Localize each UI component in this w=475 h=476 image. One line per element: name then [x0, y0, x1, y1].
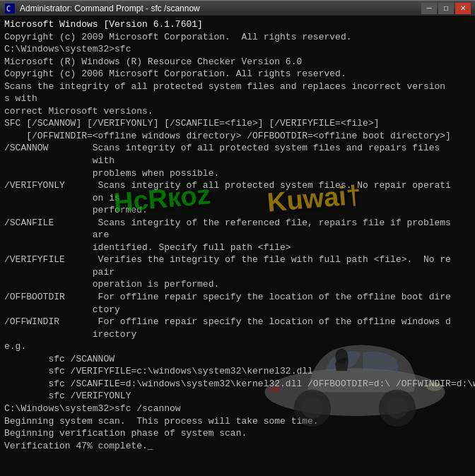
title-bar: C Administrator: Command Prompt - sfc /s…: [0, 0, 475, 16]
cmd-icon: C: [4, 3, 16, 14]
terminal-line: irectory: [4, 328, 471, 341]
terminal-output: Microsoft Windows [Version 6.1.7601]Copy…: [0, 16, 475, 476]
terminal-line: Verification 47% complete._: [4, 440, 471, 453]
terminal-line: e.g.: [4, 340, 471, 353]
terminal-line: Beginning system scan. This process will…: [4, 415, 471, 428]
terminal-line: Beginning verification phase of system s…: [4, 427, 471, 440]
svg-text:C: C: [6, 5, 11, 13]
maximize-button[interactable]: □: [438, 3, 454, 14]
close-button[interactable]: ✕: [455, 3, 471, 14]
terminal-line: ctory: [4, 304, 471, 316]
terminal-line: sfc /VERIFYFILE=c:\windows\system32\kern…: [4, 365, 471, 378]
window-controls: ─ □ ✕: [421, 3, 471, 14]
terminal-line: Scans the integrity of all protected sys…: [4, 81, 471, 93]
window-title: Administrator: Command Prompt - sfc /sca…: [20, 4, 421, 13]
terminal-line: pair: [4, 266, 471, 279]
terminal-line: performed.: [4, 204, 471, 217]
terminal-line: correct Microsoft versions.: [4, 105, 471, 118]
terminal-line: C:\Windows\system32>sfc /scannow: [4, 403, 471, 415]
terminal-line: identified. Specify full path <file>: [4, 242, 471, 254]
terminal-line: /OFFWINDIR For offline repair specify th…: [4, 316, 471, 328]
terminal-line: on is: [4, 192, 471, 205]
terminal-line: with: [4, 155, 471, 167]
terminal-line: SFC [/SCANNOW] [/VERIFYONLY] [/SCANFILE=…: [4, 117, 471, 130]
terminal-line: /SCANNOW Scans integrity of all protecte…: [4, 142, 471, 155]
terminal-line: [/OFFWINDIR=<offline windows directory> …: [4, 130, 471, 143]
terminal-line: Copyright (c) 2009 Microsoft Corporation…: [4, 31, 471, 44]
terminal-line: /VERIFYFILE Verifies the integrity of th…: [4, 254, 471, 266]
terminal-line: sfc /SCANFILE=d:\windows\system32\kernel…: [4, 378, 471, 391]
terminal-line: /OFFBOOTDIR For offline repair specify t…: [4, 291, 471, 304]
terminal-line: problems when possible.: [4, 167, 471, 180]
terminal-line: s with: [4, 93, 471, 105]
terminal-line: are: [4, 229, 471, 242]
terminal-line: Microsoft Windows [Version 6.1.7601]: [4, 18, 471, 31]
terminal-line: Copyright (c) 2006 Microsoft Corporation…: [4, 68, 471, 81]
terminal-line: operation is performed.: [4, 278, 471, 291]
terminal-line: /VERIFYONLY Scans integrity of all prote…: [4, 179, 471, 192]
minimize-button[interactable]: ─: [421, 3, 437, 14]
terminal-line: C:\Windows\system32>sfc: [4, 43, 471, 56]
terminal-line: sfc /SCANNOW: [4, 353, 471, 366]
terminal-line: /SCANFILE Scans integrity of the referen…: [4, 217, 471, 230]
terminal-line: sfc /VERIFYONLY: [4, 390, 471, 403]
terminal-line: Microsoft (R) Windows (R) Resource Check…: [4, 56, 471, 69]
terminal-content: Microsoft Windows [Version 6.1.7601]Copy…: [4, 18, 471, 452]
